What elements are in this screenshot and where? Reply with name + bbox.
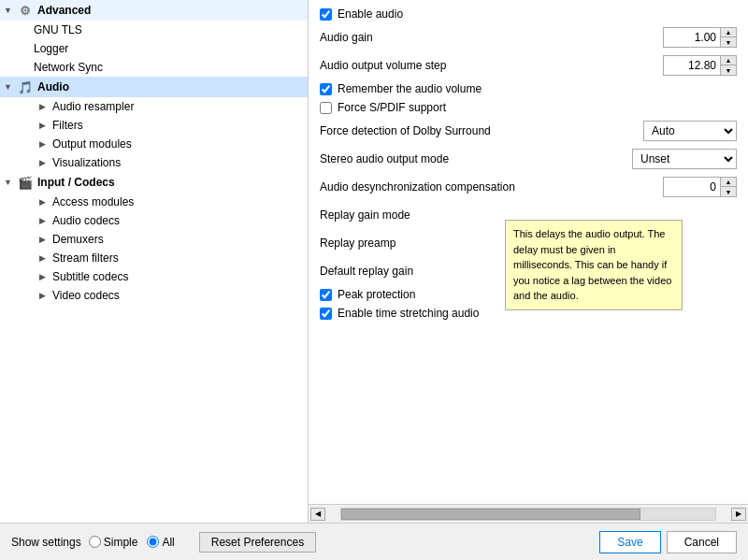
audio-desync-down[interactable]: ▼ [721, 187, 736, 196]
audio-desync-row: Audio desynchronization compensation ▲ ▼ [320, 176, 737, 198]
tree-label-video-codecs: Video codecs [52, 289, 120, 302]
audio-gain-label: Audio gain [320, 31, 663, 44]
dolby-detection-label: Force detection of Dolby Surround [320, 124, 643, 137]
stereo-mode-row: Stereo audio output mode Unset Stereo Re… [320, 148, 737, 170]
audio-gain-up[interactable]: ▲ [721, 28, 736, 37]
audio-volume-step-row: Audio output volume step ▲ ▼ [320, 54, 737, 77]
tree-item-subtitle-codecs[interactable]: ▶ Subtitle codecs [0, 267, 308, 286]
audio-gain-row: Audio gain ▲ ▼ [320, 26, 737, 49]
dolby-detection-select[interactable]: Auto On Off [643, 121, 737, 141]
tree-label-output-modules: Output modules [52, 137, 132, 151]
force-spdif-row: Force S/PDIF support [320, 101, 737, 114]
left-panel: ▼ ⚙ Advanced GNU TLS Logger Network Sync… [0, 0, 309, 523]
arrow-stream-filters: ▶ [39, 253, 52, 263]
remember-volume-checkbox[interactable] [320, 83, 332, 95]
audio-desync-spin: ▲ ▼ [720, 178, 736, 196]
radio-simple-label[interactable]: Simple [89, 536, 138, 549]
right-panel: Enable audio Audio gain ▲ ▼ Audio [309, 0, 748, 504]
remember-volume-label[interactable]: Remember the audio volume [338, 82, 482, 95]
tree-item-advanced[interactable]: ▼ ⚙ Advanced [0, 0, 308, 21]
h-scroll-thumb [341, 509, 640, 520]
arrow-advanced: ▼ [4, 6, 17, 15]
audio-desync-input[interactable] [664, 178, 720, 196]
force-spdif-checkbox[interactable] [320, 102, 332, 114]
bottom-bar: Show settings Simple All Reset Preferenc… [0, 523, 748, 560]
tree-label-stream-filters: Stream filters [52, 251, 119, 265]
dolby-detection-row: Force detection of Dolby Surround Auto O… [320, 120, 737, 142]
tree-item-filters[interactable]: ▶ Filters [0, 116, 308, 135]
tree-label-subtitle-codecs: Subtitle codecs [52, 270, 128, 283]
arrow-audio-codecs: ▶ [39, 216, 52, 225]
tree-label-audio-codecs: Audio codecs [52, 214, 120, 227]
tree-item-audio[interactable]: ▼ 🎵 Audio [0, 77, 308, 97]
audio-volume-step-up[interactable]: ▲ [721, 56, 736, 65]
radio-simple-text: Simple [104, 536, 138, 549]
audio-volume-step-label: Audio output volume step [320, 59, 663, 72]
tree-item-stream-filters[interactable]: ▶ Stream filters [0, 249, 308, 267]
peak-protection-checkbox[interactable] [320, 289, 332, 301]
save-button[interactable]: Save [599, 531, 660, 553]
tree-item-network-sync[interactable]: Network Sync [0, 58, 308, 77]
music-icon: 🎵 [17, 79, 34, 94]
audio-gain-spin: ▲ ▼ [720, 28, 736, 47]
tree-item-demuxers[interactable]: ▶ Demuxers [0, 230, 308, 249]
arrow-visualizations: ▶ [39, 158, 52, 167]
audio-desync-label: Audio desynchronization compensation [320, 180, 663, 194]
tree-label-filters: Filters [52, 119, 83, 132]
tree-label-advanced: Advanced [37, 4, 91, 17]
audio-gain-input-container: ▲ ▼ [663, 27, 737, 48]
arrow-audio-resampler: ▶ [39, 102, 52, 111]
audio-volume-step-input-container: ▲ ▼ [663, 55, 737, 76]
cancel-button[interactable]: Cancel [667, 531, 737, 553]
tree-label-input-codecs: Input / Codecs [37, 176, 115, 189]
tree-item-access-modules[interactable]: ▶ Access modules [0, 193, 308, 211]
tree-item-gnu-tls[interactable]: GNU TLS [0, 21, 308, 39]
audio-gain-down[interactable]: ▼ [721, 37, 736, 47]
audio-gain-input[interactable] [664, 28, 720, 47]
arrow-output-modules: ▶ [39, 139, 52, 149]
stereo-mode-select[interactable]: Unset Stereo Reverse stereo Left Right D… [632, 149, 737, 169]
show-settings-label: Show settings [11, 536, 81, 549]
radio-simple[interactable] [89, 536, 101, 548]
tree-item-input-codecs[interactable]: ▼ 🎬 Input / Codecs [0, 172, 308, 193]
arrow-audio: ▼ [4, 82, 17, 92]
reset-preferences-button[interactable]: Reset Preferences [199, 532, 316, 553]
tooltip-text: This delays the audio output. The delay … [513, 228, 671, 301]
tree-item-visualizations[interactable]: ▶ Visualizations [0, 153, 308, 172]
tree-item-audio-resampler[interactable]: ▶ Audio resampler [0, 97, 308, 116]
tree-item-audio-codecs[interactable]: ▶ Audio codecs [0, 211, 308, 230]
enable-audio-row: Enable audio [320, 7, 737, 21]
tree-label-demuxers: Demuxers [52, 233, 104, 246]
enable-audio-label[interactable]: Enable audio [338, 7, 403, 21]
force-spdif-label[interactable]: Force S/PDIF support [338, 101, 446, 114]
tree-label-network-sync: Network Sync [34, 61, 103, 74]
audio-desync-up[interactable]: ▲ [721, 178, 736, 187]
radio-all[interactable] [147, 536, 159, 548]
tree-label-access-modules: Access modules [52, 195, 134, 208]
tree-item-video-codecs[interactable]: ▶ Video codecs [0, 286, 308, 305]
scrollbar-area: ◀ ▶ [309, 504, 748, 523]
audio-volume-step-input[interactable] [664, 56, 720, 75]
time-stretching-checkbox[interactable] [320, 308, 332, 320]
radio-all-text: All [162, 536, 174, 549]
audio-volume-step-down[interactable]: ▼ [721, 65, 736, 75]
remember-volume-row: Remember the audio volume [320, 82, 737, 95]
scroll-right-arrow[interactable]: ▶ [731, 508, 746, 521]
tree-label-visualizations: Visualizations [52, 156, 121, 169]
tree-item-output-modules[interactable]: ▶ Output modules [0, 135, 308, 153]
peak-protection-label[interactable]: Peak protection [338, 288, 415, 301]
dolby-detection-control: Auto On Off [643, 121, 737, 141]
radio-all-label[interactable]: All [147, 536, 174, 549]
arrow-subtitle-codecs: ▶ [39, 272, 52, 281]
enable-audio-checkbox[interactable] [320, 8, 332, 21]
audio-desync-input-container: ▲ ▼ [663, 177, 737, 197]
audio-volume-step-spin: ▲ ▼ [720, 56, 736, 75]
tree-label-logger: Logger [34, 42, 68, 55]
h-scrollbar[interactable] [340, 508, 716, 521]
scroll-left-arrow[interactable]: ◀ [310, 508, 325, 521]
radio-group: Simple All [89, 536, 184, 549]
tree-item-logger[interactable]: Logger [0, 39, 308, 58]
audio-gain-control: ▲ ▼ [663, 27, 737, 48]
time-stretching-label[interactable]: Enable time stretching audio [338, 307, 479, 320]
audio-volume-step-control: ▲ ▼ [663, 55, 737, 76]
